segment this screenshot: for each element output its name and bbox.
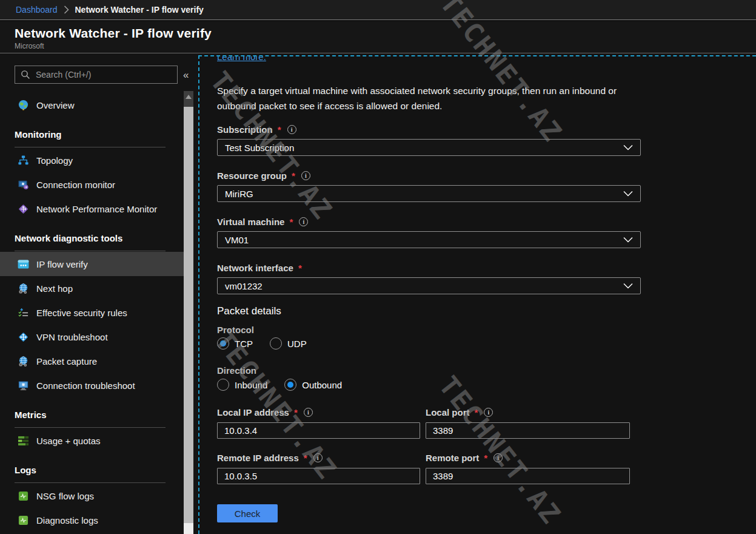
info-icon[interactable]: i (313, 453, 323, 462)
scroll-up-icon[interactable] (186, 95, 192, 99)
radio-label: Inbound (235, 380, 267, 390)
log-book-icon (17, 490, 29, 502)
sidebar-item-usage-quotas[interactable]: Usage + quotas (0, 428, 184, 453)
sidebar-item-label: Usage + quotas (36, 436, 101, 446)
sidebar-section-logs: Logs (15, 465, 184, 477)
required-asterisk: * (475, 407, 478, 417)
sidebar-item-label: Next hop (36, 283, 73, 294)
sidebar-item-connection-monitor[interactable]: Connection monitor (0, 172, 184, 197)
radio-selected-icon[interactable] (284, 379, 296, 391)
sidebar-scrollbar[interactable] (184, 91, 193, 534)
scrollbar-bottom-cap (184, 523, 193, 534)
remote-port-input[interactable] (426, 468, 630, 484)
radio-outbound[interactable]: Outbound (284, 379, 342, 391)
sidebar-section-network-diagnostic-tools: Network diagnostic tools (15, 233, 184, 245)
sidebar-item-effective-security-rules[interactable]: Effective security rules (0, 300, 184, 325)
sidebar-item-label: Topology (36, 155, 73, 166)
virtual-machine-dropdown[interactable]: VM01 (217, 231, 641, 248)
sidebar-item-overview[interactable]: Overview (0, 93, 184, 117)
sidebar-item-network-performance-monitor[interactable]: Network Performance Monitor (0, 197, 184, 221)
usage-bars-icon (17, 434, 29, 447)
sidebar: « Overview Monitoring Topology (0, 53, 198, 534)
required-asterisk: * (484, 453, 487, 463)
sidebar-search[interactable] (15, 66, 178, 84)
sidebar-item-label: IP flow verify (36, 259, 88, 269)
required-asterisk: * (289, 217, 293, 227)
sidebar-section-metrics: Metrics (15, 410, 184, 422)
protocol-radio-group: TCP UDP (217, 337, 307, 350)
sidebar-item-packet-capture[interactable]: Packet capture (0, 349, 184, 373)
sidebar-item-label: Network Performance Monitor (36, 204, 157, 214)
direction-radio-group: Inbound Outbound (217, 379, 342, 391)
log-book-icon (17, 514, 29, 526)
direction-label: Direction (217, 365, 256, 376)
local-port-input[interactable] (426, 422, 630, 439)
virtual-machine-value: VM01 (225, 235, 249, 245)
resource-group-label: Resource group* i (217, 171, 310, 181)
sidebar-item-vpn-troubleshoot[interactable]: VPN troubleshoot (0, 325, 184, 349)
ip-flow-verify-icon (17, 258, 29, 270)
search-input[interactable] (36, 70, 163, 79)
sidebar-item-diagnostic-logs[interactable]: Diagnostic logs (0, 508, 184, 532)
npm-diamond-icon (17, 203, 29, 215)
vpn-diamond-icon (17, 331, 29, 343)
chevron-down-icon (623, 191, 633, 197)
subscription-dropdown[interactable]: Test Subscription (217, 139, 641, 156)
divider (15, 147, 166, 147)
virtual-machine-label: Virtual machine* i (217, 217, 308, 227)
radio-selected-icon[interactable] (217, 337, 229, 350)
required-asterisk: * (278, 124, 281, 135)
info-icon[interactable]: i (304, 408, 313, 417)
check-button[interactable]: Check (217, 504, 278, 522)
divider (15, 482, 166, 483)
remote-ip-input[interactable] (217, 468, 420, 484)
radio-tcp[interactable]: TCP (217, 337, 253, 350)
packet-details-title: Packet details (217, 305, 281, 317)
info-icon[interactable]: i (301, 171, 310, 180)
breadcrumb-dashboard-link[interactable]: Dashboard (16, 5, 58, 15)
protocol-label: Protocol (217, 325, 254, 335)
sidebar-item-next-hop[interactable]: Next hop (0, 276, 184, 300)
radio-inbound[interactable]: Inbound (217, 379, 267, 391)
required-asterisk: * (294, 407, 298, 417)
network-interface-dropdown[interactable]: vm01232 (217, 277, 641, 294)
subscription-label: Subscription* i (217, 124, 296, 135)
remote-port-label: Remote port* i (426, 453, 503, 463)
local-ip-label: Local IP address* i (217, 407, 313, 417)
local-ip-input[interactable] (217, 422, 420, 439)
info-icon[interactable]: i (484, 408, 493, 417)
chevron-down-icon (623, 237, 633, 243)
globe-icon (17, 99, 29, 111)
subscription-value: Test Subscription (225, 143, 294, 153)
sidebar-item-connection-troubleshoot[interactable]: Connection troubleshoot (0, 373, 184, 397)
info-icon[interactable]: i (287, 125, 296, 134)
security-rules-icon (17, 306, 29, 319)
radio-unselected-icon[interactable] (217, 379, 229, 391)
radio-unselected-icon[interactable] (270, 337, 282, 350)
monitor-icon (17, 178, 29, 191)
sidebar-item-label: NSG flow logs (36, 491, 94, 501)
info-icon[interactable]: i (299, 217, 308, 226)
sidebar-item-nsg-flow-logs[interactable]: NSG flow logs (0, 484, 184, 508)
sidebar-item-label: Diagnostic logs (36, 515, 98, 526)
info-icon[interactable]: i (493, 453, 503, 462)
ip-flow-verify-panel: Learn more. Specify a target virtual mac… (198, 55, 756, 534)
scrollbar-thumb[interactable] (184, 107, 193, 523)
divider (15, 427, 166, 428)
topology-icon (17, 154, 29, 166)
chevron-down-icon (623, 283, 633, 289)
sidebar-item-ip-flow-verify[interactable]: IP flow verify (0, 252, 184, 276)
resource-group-dropdown[interactable]: MiriRG (217, 185, 641, 202)
collapse-sidebar-icon[interactable]: « (183, 69, 189, 81)
sidebar-item-label: Overview (36, 100, 75, 110)
remote-ip-label: Remote IP address* i (217, 453, 323, 463)
network-interface-label: Network interface* (217, 263, 302, 273)
radio-udp[interactable]: UDP (270, 337, 307, 350)
resource-group-value: MiriRG (225, 189, 253, 199)
learn-more-link[interactable]: Learn more. (217, 55, 266, 62)
sidebar-item-topology[interactable]: Topology (0, 148, 184, 172)
globe-gear-icon (17, 355, 29, 367)
sidebar-item-label: Connection monitor (36, 180, 115, 190)
breadcrumb: Dashboard Network Watcher - IP flow veri… (0, 0, 756, 20)
globe-gear-icon (17, 282, 29, 294)
